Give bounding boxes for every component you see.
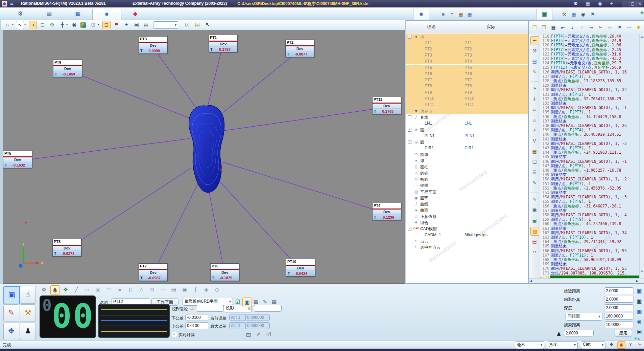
code-line-155[interactable]: 155测量/点, F(PT8), 1 <box>540 199 639 204</box>
copy-add-icon[interactable]: ❏ <box>530 158 539 166</box>
layout-2-icon[interactable]: ▤ <box>142 21 150 28</box>
tree-item-圆弧[interactable]: ◠圆弧 <box>406 151 528 157</box>
table-check-icon[interactable]: ▦ <box>466 10 473 18</box>
tree-item-pln1[interactable]: PLN1PLN1 <box>406 133 528 139</box>
code-line-122[interactable]: 122F(PT8)=元素定义/点,直角坐标,-31.6 <box>540 52 639 57</box>
code-line-150[interactable]: 150调用/M(EASI_CLEARPLN_GOTO), 1, -2 <box>540 177 639 181</box>
parallel-planes-icon[interactable]: ▤ <box>169 285 178 294</box>
probe-d-icon[interactable]: ▣ <box>635 327 644 336</box>
axes-button[interactable]: ✥ <box>3 323 19 340</box>
view-rotate-icon[interactable]: ◑ <box>29 21 37 29</box>
code-line-130[interactable]: 130调用/M(EASI_CLEARPLN_GOTO), 1, 32 <box>540 88 639 92</box>
tree-item-曲线[interactable]: ʃ曲线 <box>406 201 528 207</box>
color-palette-icon[interactable] <box>80 22 86 28</box>
table2-icon[interactable]: ▦ <box>270 298 279 306</box>
tree-item-pt7[interactable]: PT7PT7 <box>406 77 528 83</box>
code-line-170[interactable]: 170调用/M(EASI_CLEARPLN_GOTO), 1, 55 <box>540 266 639 271</box>
eye-icon[interactable]: ◉ <box>71 21 78 28</box>
line-feature-icon[interactable]: ╱ <box>72 285 81 294</box>
machine-hand-button[interactable]: ☝ <box>20 286 36 304</box>
tree-item-pt4[interactable]: PT4PT4 <box>406 58 528 64</box>
code-line-149[interactable]: 149测量结束 <box>540 173 639 177</box>
slot-feature-icon[interactable]: ▭ <box>159 285 167 294</box>
code-line-167[interactable]: 167测量/点, F(PT11), 1 <box>540 253 639 258</box>
tree-item-球[interactable]: ●球 <box>406 157 528 163</box>
plane-feature-icon[interactable]: ▱ <box>83 285 92 294</box>
code-line-140[interactable]: 140 测点/直角坐标, 26.403929,124.61 <box>540 132 639 137</box>
home-icon[interactable]: ⌂ <box>4 21 11 28</box>
network-user-icon[interactable]: ◉ <box>597 1 603 7</box>
tab-program[interactable]: ▤ <box>35 9 63 19</box>
probe-star-icon[interactable]: ✦ <box>123 21 130 28</box>
surface-feature-icon[interactable]: ◈ <box>202 285 211 294</box>
tab-feature-tree[interactable]: ■ <box>413 9 429 20</box>
deviation-label-pt7[interactable]: PT7DevT-0.0587 <box>139 263 168 281</box>
tree-item-点云[interactable]: ∷点云 <box>406 238 528 244</box>
tree-item-pt1[interactable]: PT1PT1 <box>406 40 528 46</box>
home-icon[interactable]: ⌂ <box>530 116 539 124</box>
expand-toggle-icon[interactable]: − <box>408 115 411 119</box>
run-icon[interactable]: ✱ <box>635 24 642 31</box>
cone-feature-icon[interactable]: △ <box>137 285 146 294</box>
point-feature-icon[interactable]: ◉ <box>50 285 60 295</box>
user-session-icon[interactable]: ⚉ <box>573 1 579 7</box>
edit-cut-icon[interactable]: ✂ <box>636 341 644 348</box>
probe-view-button[interactable]: ▣ <box>3 286 20 304</box>
hammer-icon[interactable]: ⚒ <box>560 10 568 18</box>
table-check-icon[interactable]: ☑ <box>184 21 191 28</box>
menu-icon[interactable]: ☰ <box>9 1 15 6</box>
cube-icon[interactable]: ■ <box>439 10 447 18</box>
lines-icon[interactable]: ☰ <box>530 168 539 176</box>
code-line-136[interactable]: 136 测点/直角坐标, -14.124429,158.8 <box>540 115 639 119</box>
run-step-icon[interactable]: ⚡ <box>530 126 539 134</box>
probe-pin-icon[interactable]: ╂ <box>58 21 66 28</box>
expand-toggle-icon[interactable]: − <box>408 140 411 144</box>
cut-icon[interactable]: ✂ <box>597 24 604 31</box>
expand-toggle-icon[interactable]: − <box>408 128 411 132</box>
curve-feature-icon[interactable]: ʃ <box>191 285 200 294</box>
mirror-icon[interactable]: ◖◗ <box>530 248 539 256</box>
code-line-129[interactable]: 129测量结束 <box>540 83 639 88</box>
apply-button[interactable]: 应用 <box>615 330 632 337</box>
home-dropdown[interactable]: ▾ <box>11 21 15 28</box>
minimize-button[interactable]: – <box>622 1 629 7</box>
probe-flag-icon[interactable]: ⚑ <box>113 21 120 28</box>
delete-list-icon[interactable]: ▤ <box>530 237 539 245</box>
auto-label-icon[interactable]: ⊡ <box>102 21 111 29</box>
angle-dropdown[interactable]: 角度▼ <box>547 341 578 349</box>
code-line-164[interactable]: 164 测点/直角坐标, 29.714341,-19.92 <box>540 240 639 244</box>
tree-item-cad模型[interactable]: −CADCAD模型 <box>406 225 528 232</box>
vertical-scrollbar[interactable]: ▲▼ <box>639 34 644 279</box>
probe-b-icon[interactable]: ▣ <box>635 297 644 306</box>
code-line-165[interactable]: 165测量结束 <box>540 244 639 248</box>
tree-item-pt10[interactable]: PT10PT10 <box>406 95 528 102</box>
note-icon[interactable]: ✎ <box>530 195 539 203</box>
joystick-speed-input[interactable] <box>564 330 594 336</box>
deviation-label-pt1[interactable]: PT1DevT-0.1797 <box>209 35 238 52</box>
insert-icon[interactable]: ⇨ <box>625 24 633 31</box>
code-line-134[interactable]: 134调用/M(EASI_CLEARPLN_GOTO), 1, -1 <box>540 106 639 110</box>
deviation-label-pt2[interactable]: PT2DevT-0.0077 <box>285 40 314 57</box>
code-line-126[interactable]: 126调用/M(EASI_CLEARPLN_GOTO), 1, 16 <box>540 70 639 74</box>
panel-scroll-arrows[interactable]: ▼▲ <box>634 337 640 340</box>
tree-item-圆环[interactable]: ◉圆环 <box>406 195 528 201</box>
expand-toggle-icon[interactable]: − <box>408 227 411 231</box>
code-line-142[interactable]: 142调用/M(EASI_CLEARPLN_GOTO), 1, -2 <box>540 141 639 146</box>
deviation-label-pt3[interactable]: PT3DevT0.0099 <box>139 36 168 54</box>
fit-view-icon[interactable]: ⊕ <box>48 21 56 28</box>
code-line-169[interactable]: 169测量结束 <box>540 262 639 266</box>
build-icon[interactable]: ⚒ <box>530 47 539 55</box>
code-line-144[interactable]: 144 测点/直角坐标, -24.931963,111.1 <box>540 150 639 155</box>
bookmark-flag-icon[interactable]: ⚑ <box>616 24 623 31</box>
units-dropdown[interactable]: 毫米▼ <box>515 341 544 349</box>
code-line-127[interactable]: 127测量/点, F(PT1), 1 <box>540 74 639 79</box>
tree-item-圆锥[interactable]: △圆锥 <box>406 170 528 176</box>
save-icon[interactable]: ▦ <box>550 24 557 31</box>
circle-feature-icon[interactable]: ◎ <box>94 285 102 294</box>
code-line-131[interactable]: 131测量/点, F(PT2), 1 <box>540 92 639 97</box>
table-icon[interactable]: ▦ <box>252 298 260 306</box>
code-line-166[interactable]: 166调用/M(EASI_CLEARPLN_GOTO), 1, 55 <box>540 249 639 253</box>
tree-item-平行平面[interactable]: ▤平行平面 <box>406 189 528 195</box>
y-probe-icon[interactable]: Y <box>627 341 634 348</box>
pointer-icon[interactable]: ↖ <box>204 21 211 28</box>
